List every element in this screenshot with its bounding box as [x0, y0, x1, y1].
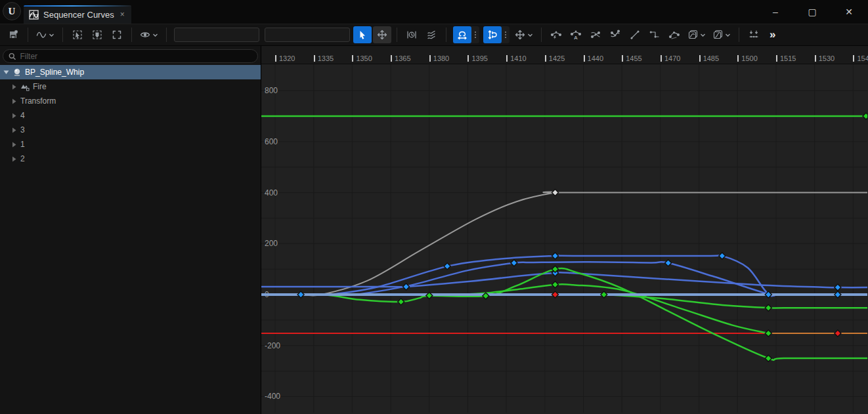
snap-value-options-button[interactable]: [502, 26, 510, 43]
tangent-break-icon: [610, 30, 620, 40]
time-input[interactable]: [174, 28, 259, 42]
keyframe-diamond[interactable]: [765, 355, 771, 362]
curve-editor-toolbar: A»: [0, 24, 868, 46]
keyframe-diamond[interactable]: [835, 330, 841, 337]
snap-time-button[interactable]: [453, 26, 471, 43]
close-button[interactable]: ✕: [839, 7, 859, 17]
tangent-constant-icon: [649, 30, 660, 40]
curve-options-button[interactable]: [33, 26, 57, 43]
keyframe-diamond[interactable]: [552, 291, 559, 298]
tangent-break-button[interactable]: [606, 26, 624, 43]
pre-infinity-button[interactable]: [685, 26, 708, 43]
tree-row-1[interactable]: 1: [0, 137, 261, 152]
visibility-button[interactable]: [137, 26, 161, 43]
ruler-tick: [776, 55, 777, 62]
keyframe-diamond[interactable]: [601, 291, 607, 298]
ruler-tick: [853, 55, 854, 62]
stacked-curve-icon: [687, 30, 698, 40]
snap-value-button[interactable]: [483, 26, 502, 43]
maximize-button[interactable]: ▢: [802, 7, 822, 17]
ruler-tick: [275, 55, 276, 62]
tree-row-fire[interactable]: Fire: [0, 79, 261, 94]
keyframe-diamond[interactable]: [511, 260, 517, 266]
select-keys-button[interactable]: [68, 26, 87, 43]
chevron-right-icon[interactable]: [11, 113, 17, 119]
chevron-right-icon[interactable]: [11, 127, 17, 133]
ruler-tick-label: 1350: [356, 54, 372, 62]
tangent-smart-auto-button[interactable]: A: [567, 26, 585, 43]
keyframe-diamond[interactable]: [297, 291, 304, 298]
keyframe-diamond[interactable]: [765, 304, 771, 311]
chevron-right-icon[interactable]: [11, 84, 17, 90]
key-reduce-button[interactable]: [745, 26, 763, 43]
chevron-down-icon[interactable]: [3, 70, 9, 75]
tree-row-transform[interactable]: Transform: [0, 94, 261, 108]
chevron-right-icon[interactable]: [11, 156, 17, 162]
curve-green-peak-39[interactable]: [261, 284, 768, 333]
keyframe-diamond[interactable]: [665, 260, 672, 266]
window-controls: – ▢ ✕: [766, 0, 863, 24]
toolbar-overflow-button[interactable]: »: [770, 28, 774, 41]
svg-text:-200: -200: [265, 341, 280, 350]
keyframe-diamond[interactable]: [835, 291, 841, 298]
value-input[interactable]: [265, 28, 350, 42]
tab-close-icon[interactable]: ×: [120, 10, 125, 19]
keyframe-diamond[interactable]: [552, 281, 559, 288]
keyframe-diamond[interactable]: [835, 284, 841, 291]
marquee-select-button[interactable]: [108, 26, 126, 43]
filter-box[interactable]: [3, 49, 258, 63]
chevron-right-icon[interactable]: [11, 142, 17, 148]
ruler-tick-label: 1545: [857, 54, 868, 62]
curves-canvas[interactable]: 8006004002000-200-400: [261, 64, 867, 413]
unreal-logo[interactable]: U: [3, 2, 21, 20]
curve-blue-peak-124[interactable]: [347, 262, 867, 295]
transform-tool-button[interactable]: [373, 26, 391, 43]
tangent-user-button[interactable]: [586, 26, 605, 43]
curve-graph-area[interactable]: 1320133513501365138013951410142514401455…: [261, 46, 868, 414]
tree-row-4[interactable]: 4: [0, 108, 261, 123]
pointer-select-button[interactable]: [353, 26, 372, 43]
ruler-tick: [661, 55, 662, 62]
keyframe-diamond[interactable]: [719, 253, 726, 259]
snap-time-options-button[interactable]: [471, 26, 479, 43]
tangent-auto-icon: [551, 30, 561, 40]
select-points-button[interactable]: [88, 26, 106, 43]
retime-tool-button[interactable]: [422, 26, 441, 43]
ruler-tick-label: 1320: [279, 54, 295, 62]
time-snap-interval-button[interactable]: [402, 26, 421, 43]
tree-row-bp-spline-whip[interactable]: BP_Spline_Whip: [0, 65, 261, 79]
save-button[interactable]: [4, 26, 22, 43]
box-arrow-icon: [72, 30, 83, 40]
keyframe-diamond[interactable]: [863, 113, 867, 119]
tab-sequencer-curves[interactable]: Sequencer Curves ×: [24, 5, 131, 24]
keyframe-diamond[interactable]: [403, 283, 410, 290]
tree-row-3[interactable]: 3: [0, 123, 261, 137]
keyframe-diamond[interactable]: [552, 253, 559, 259]
tangent-constant-button[interactable]: [645, 26, 664, 43]
tree-row-label: 3: [20, 125, 25, 135]
chevron-right-icon[interactable]: [11, 98, 17, 104]
ruler-tick: [584, 55, 585, 62]
tree-row-label: BP_Spline_Whip: [25, 68, 84, 77]
toolbar-separator: [739, 28, 739, 42]
timeline-ruler[interactable]: 1320133513501365138013951410142514401455…: [261, 46, 868, 64]
ruler-tick-label: 1470: [664, 54, 680, 62]
keyframe-diamond[interactable]: [552, 190, 559, 196]
keyframe-diamond[interactable]: [444, 263, 450, 270]
ruler-tick: [545, 55, 546, 62]
ruler-tick-label: 1395: [471, 54, 487, 62]
keyframe-diamond[interactable]: [398, 299, 404, 305]
tangent-cubic-auto-button[interactable]: [547, 26, 565, 43]
keyframe-diamond[interactable]: [765, 330, 771, 337]
curve-wave-icon: [36, 30, 47, 40]
post-infinity-button[interactable]: [710, 26, 733, 43]
tangent-linear-button[interactable]: [626, 26, 644, 43]
title-bar[interactable]: U Sequencer Curves × – ▢ ✕: [0, 0, 868, 24]
tree-row-2[interactable]: 2: [0, 152, 261, 166]
axis-snap-button[interactable]: [512, 26, 536, 43]
filter-input[interactable]: [20, 52, 252, 61]
minimize-button[interactable]: –: [766, 7, 785, 17]
ruler-tick-label: 1530: [819, 54, 835, 62]
tangent-weighted-button[interactable]: [665, 26, 684, 43]
tangent-weighted-icon: [669, 30, 680, 40]
